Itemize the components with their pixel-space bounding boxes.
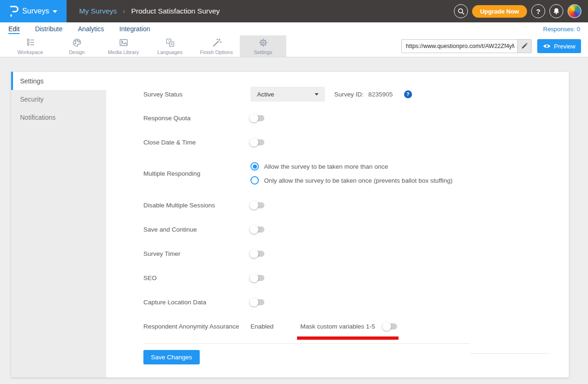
search-button[interactable] [454, 4, 468, 18]
tab-edit[interactable]: Edit [8, 24, 20, 34]
radio-selected-icon[interactable] [250, 162, 259, 171]
search-icon [457, 7, 465, 15]
mask-variables-label: Mask custom variables 1-5 [300, 323, 383, 330]
toggle-knob [250, 298, 258, 307]
close-date-label: Close Date & Time [143, 139, 250, 146]
survey-status-value: Active [257, 91, 274, 98]
multiple-responding-row: Multiple Responding Allow the survey to … [143, 159, 569, 187]
multiple-responding-label: Multiple Responding [143, 170, 250, 177]
breadcrumb-my-surveys[interactable]: My Surveys [79, 7, 117, 15]
toolbar-item-label: Design [69, 49, 85, 55]
sidebar-item-settings[interactable]: Settings [11, 72, 106, 90]
response-quota-row: Response Quota [143, 111, 569, 125]
save-continue-row: Save and Continue [143, 222, 569, 236]
radio-option-once[interactable]: Only allow the survey to be taken once (… [250, 173, 453, 187]
settings-card: Settings Security Notifications Survey S… [11, 72, 569, 377]
save-changes-button[interactable]: Save Changes [143, 350, 200, 364]
radio-option-label: Only allow the survey to be taken once (… [264, 177, 453, 184]
translate-icon: * A [165, 37, 176, 48]
survey-timer-row: Survey Timer [143, 247, 569, 261]
upgrade-now-button[interactable]: Upgrade Now [472, 5, 527, 18]
header-actions: Upgrade Now ? [454, 4, 588, 18]
capture-location-label: Capture Location Data [143, 299, 250, 306]
radio-unselected-icon[interactable] [250, 176, 259, 185]
toggle-knob [250, 201, 258, 210]
survey-status-row: Survey Status Active Survey ID: 8235905 … [143, 87, 569, 102]
disable-sessions-label: Disable Multiple Sessions [143, 202, 250, 209]
capture-location-row: Capture Location Data [143, 295, 569, 309]
close-date-row: Close Date & Time [143, 135, 569, 149]
survey-id-value: 8235905 [368, 91, 393, 98]
preview-button[interactable]: Preview [537, 39, 581, 53]
disable-sessions-row: Disable Multiple Sessions [143, 198, 569, 212]
save-continue-label: Save and Continue [143, 226, 250, 233]
survey-id-help-icon[interactable]: ? [404, 90, 412, 98]
response-quota-toggle[interactable] [250, 115, 264, 121]
save-continue-toggle[interactable] [250, 226, 264, 233]
toolbar-right: Preview [401, 35, 588, 57]
tab-analytics[interactable]: Analytics [78, 24, 104, 34]
survey-timer-label: Survey Timer [143, 250, 250, 257]
survey-id-label: Survey ID: [334, 91, 364, 98]
survey-timer-toggle[interactable] [250, 251, 264, 257]
radio-option-label: Allow the survey to be taken more than o… [264, 163, 388, 170]
toolbar-item-design[interactable]: Design [54, 35, 100, 57]
pencil-icon [521, 43, 527, 49]
edit-url-button[interactable] [517, 40, 531, 53]
tab-integration[interactable]: Integration [119, 24, 150, 34]
tab-distribute[interactable]: Distribute [35, 24, 62, 34]
toolbar-item-label: Languages [157, 49, 182, 55]
close-date-toggle[interactable] [250, 139, 264, 145]
toolbar-item-label: Finish Options [200, 49, 233, 55]
magic-wand-icon [211, 37, 222, 48]
toolbar-item-label: Settings [254, 49, 272, 55]
breadcrumb: My Surveys › Product Satisfaction Survey [79, 7, 220, 15]
sidebar-item-security[interactable]: Security [11, 90, 106, 108]
page-title: Product Satisfaction Survey [131, 7, 220, 15]
toggle-knob [250, 138, 258, 147]
toolbar-item-finish-options[interactable]: Finish Options [193, 35, 240, 57]
multiple-responding-options: Allow the survey to be taken more than o… [250, 159, 453, 187]
survey-status-select[interactable]: Active [250, 87, 325, 102]
seo-toggle[interactable] [250, 275, 264, 281]
user-avatar[interactable] [568, 4, 581, 18]
toggle-knob [382, 322, 391, 331]
help-button[interactable]: ? [531, 4, 545, 18]
radio-option-multiple[interactable]: Allow the survey to be taken more than o… [250, 159, 453, 173]
toggle-knob [250, 249, 258, 258]
notifications-button[interactable] [549, 4, 563, 18]
gear-icon [258, 37, 269, 48]
workspace-icon [25, 37, 36, 48]
edit-toolbar: Workspace Design Media Library * A Langu… [0, 35, 588, 57]
toggle-knob [250, 274, 258, 282]
settings-sidebar: Settings Security Notifications [11, 72, 106, 377]
seo-label: SEO [143, 274, 250, 281]
response-quota-label: Response Quota [143, 115, 250, 122]
anonymity-label: Respondent Anonymity Assurance [143, 323, 250, 330]
breadcrumb-separator: › [123, 7, 125, 15]
toggle-knob [250, 114, 258, 123]
survey-status-label: Survey Status [143, 91, 250, 98]
image-icon [118, 37, 129, 48]
bell-icon [553, 7, 560, 15]
toolbar-item-workspace[interactable]: Workspace [7, 35, 54, 57]
anonymity-row: Respondent Anonymity Assurance Enabled M… [143, 319, 569, 333]
sidebar-item-notifications[interactable]: Notifications [11, 108, 106, 126]
toolbar-item-label: Workspace [18, 49, 43, 55]
product-label: Surveys [22, 7, 49, 15]
toolbar-item-languages[interactable]: * A Languages [147, 35, 193, 57]
disable-sessions-toggle[interactable] [250, 202, 264, 208]
save-row: Save Changes [143, 343, 470, 364]
chevron-down-icon [53, 10, 57, 13]
product-switcher[interactable]: Surveys [0, 0, 67, 22]
capture-location-toggle[interactable] [250, 299, 264, 305]
survey-url-input[interactable] [402, 40, 517, 53]
mask-variables-toggle[interactable] [383, 323, 397, 329]
survey-url-box [401, 39, 532, 53]
section-nav: Edit Distribute Analytics Integration Re… [0, 22, 588, 35]
toolbar-item-settings[interactable]: Settings [240, 35, 286, 57]
preview-button-label: Preview [554, 43, 575, 50]
app-header: Surveys My Surveys › Product Satisfactio… [0, 0, 588, 22]
toggle-knob [250, 225, 258, 234]
toolbar-item-media-library[interactable]: Media Library [100, 35, 147, 57]
